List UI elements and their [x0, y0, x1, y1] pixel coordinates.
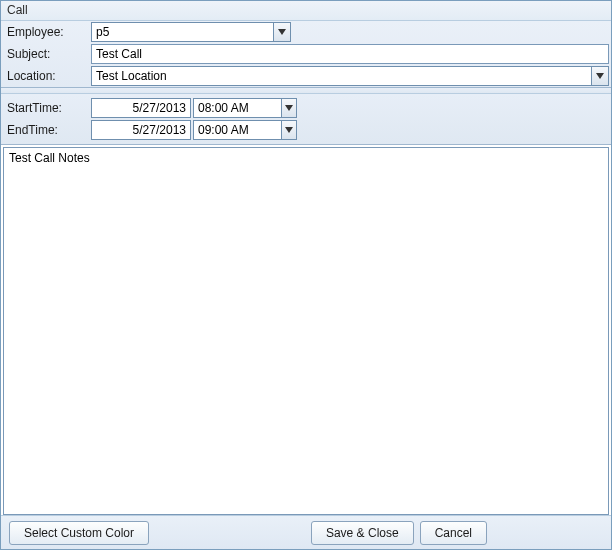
chevron-down-icon [285, 105, 293, 111]
start-date-input[interactable] [91, 98, 191, 118]
end-date-input[interactable] [91, 120, 191, 140]
starttime-label: StartTime: [1, 101, 91, 115]
chevron-down-icon [278, 29, 286, 35]
start-time-combo[interactable] [193, 98, 297, 118]
endtime-label: EndTime: [1, 123, 91, 137]
chevron-down-icon [285, 127, 293, 133]
end-time-input[interactable] [194, 121, 281, 139]
employee-combo[interactable] [91, 22, 291, 42]
employee-label: Employee: [1, 25, 91, 39]
save-close-button[interactable]: Save & Close [311, 521, 414, 545]
header-fields: Employee: Subject: Location: [1, 21, 611, 88]
end-time-combo[interactable] [193, 120, 297, 140]
start-time-input[interactable] [194, 99, 281, 117]
employee-input[interactable] [92, 23, 273, 41]
location-input[interactable] [92, 67, 591, 85]
location-combo[interactable] [91, 66, 609, 86]
cancel-button[interactable]: Cancel [420, 521, 487, 545]
button-bar: Select Custom Color Save & Close Cancel [1, 515, 611, 549]
notes-textarea[interactable] [3, 147, 609, 515]
notes-area [1, 145, 611, 515]
window-title: Call [1, 1, 611, 21]
chevron-down-icon [596, 73, 604, 79]
start-time-dropdown-button[interactable] [281, 99, 296, 117]
employee-dropdown-button[interactable] [273, 23, 290, 41]
end-time-dropdown-button[interactable] [281, 121, 296, 139]
select-custom-color-button[interactable]: Select Custom Color [9, 521, 149, 545]
location-label: Location: [1, 69, 91, 83]
location-dropdown-button[interactable] [591, 67, 608, 85]
subject-input[interactable] [91, 44, 609, 64]
subject-label: Subject: [1, 47, 91, 61]
call-dialog: Call Employee: Subject: Location: [0, 0, 612, 550]
time-fields: StartTime: EndTime: [1, 94, 611, 145]
